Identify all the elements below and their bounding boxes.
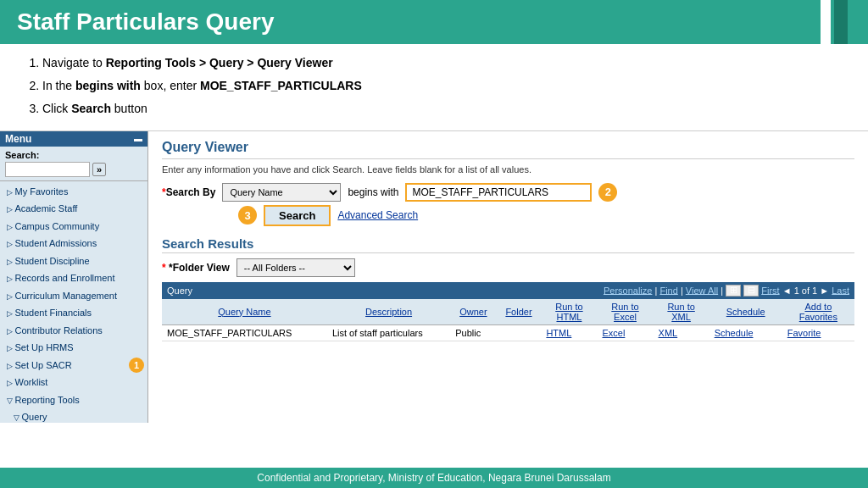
col-run-html[interactable]: Run toHTML (541, 299, 597, 325)
search-by-select[interactable]: Query Name (222, 183, 341, 202)
instruction-1: Navigate to Reporting Tools > Query > Qu… (42, 53, 851, 74)
badge-3: 3 (238, 206, 257, 225)
page-title: Staff Particulars Query (17, 8, 274, 36)
sidebar-item-contributor-relations[interactable]: Contributor Relations (0, 322, 147, 340)
col-owner[interactable]: Owner (450, 299, 496, 325)
sidebar-search-area: Search: » (0, 147, 147, 181)
sidebar: Menu ▬ Search: » My Favorites Academic S… (0, 131, 148, 423)
sidebar-nav: My Favorites Academic Staff Campus Commu… (0, 181, 147, 423)
sidebar-item-records-enrollment[interactable]: Records and Enrollment (0, 269, 147, 287)
personalize-link[interactable]: Personalize (604, 285, 652, 295)
search-value-input[interactable] (405, 183, 592, 202)
folder-view-row: * *Folder View -- All Folders -- (162, 258, 854, 277)
badge-2: 2 (598, 183, 617, 202)
required-star: * (162, 186, 166, 198)
sidebar-header: Menu ▬ (0, 131, 147, 147)
sidebar-item-query[interactable]: Query (0, 408, 147, 423)
folder-view-label: * *Folder View (162, 262, 230, 274)
col-folder[interactable]: Folder (497, 299, 542, 325)
search-by-label: *Search By (162, 186, 215, 198)
view-all-link[interactable]: View All (686, 285, 718, 295)
sidebar-search-button[interactable]: » (92, 163, 106, 176)
grid-icon[interactable]: ⊞ (726, 285, 741, 297)
search-buttons-row: 3 Search Advanced Search (238, 205, 854, 226)
sidebar-item-student-admissions[interactable]: Student Admissions (0, 235, 147, 252)
sidebar-item-favorites[interactable]: My Favorites (0, 183, 147, 201)
results-table: Query Personalize | Find | View All | ⊞ … (162, 282, 854, 341)
sidebar-menu-label: Menu (5, 133, 31, 145)
table-icon[interactable]: ⊟ (743, 285, 759, 297)
begins-with-label: begins with (348, 186, 398, 198)
advanced-search-link[interactable]: Advanced Search (337, 209, 418, 221)
cell-owner: Public (450, 324, 496, 341)
cell-query-name: MOE_STAFF_PARTICULARS (162, 324, 327, 341)
col-run-excel[interactable]: Run toExcel (597, 299, 653, 325)
search-button[interactable]: Search (264, 205, 331, 226)
cell-folder (497, 324, 542, 341)
col-schedule[interactable]: Schedule (709, 299, 782, 325)
sidebar-item-student-financials[interactable]: Student Financials (0, 304, 147, 322)
sidebar-minimize-button[interactable]: ▬ (134, 134, 142, 143)
header-decoration (821, 0, 868, 44)
first-link[interactable]: First (761, 285, 779, 295)
page-info: 1 of 1 (794, 285, 818, 295)
sidebar-item-campus-community[interactable]: Campus Community (0, 218, 147, 236)
sidebar-search-label: Search: (5, 150, 142, 160)
cell-favorites[interactable]: Favorite (782, 324, 854, 341)
deco-bar-1 (821, 0, 831, 44)
cell-html[interactable]: HTML (541, 324, 597, 341)
sidebar-item-reporting-tools[interactable]: Reporting Tools (0, 391, 147, 409)
col-description[interactable]: Description (327, 299, 450, 325)
col-query-name[interactable]: Query Name (162, 299, 327, 325)
header: Staff Particulars Query (0, 0, 868, 44)
search-form: *Search By Query Name begins with 2 (162, 183, 854, 202)
folder-view-select[interactable]: -- All Folders -- (236, 258, 355, 277)
search-results-title: Search Results (162, 236, 854, 253)
sidebar-item-setup-hrms[interactable]: Set Up HRMS (0, 339, 147, 357)
footer-text: Confidential and Proprietary, Ministry o… (257, 472, 610, 484)
sidebar-item-worklist[interactable]: Worklist (0, 374, 147, 391)
last-link[interactable]: Last (832, 285, 849, 295)
right-panel: Query Viewer Enter any information you h… (148, 131, 868, 423)
col-favorites[interactable]: Add toFavorites (782, 299, 854, 325)
sidebar-item-curriculum[interactable]: Curriculum Management (0, 287, 147, 305)
col-run-xml[interactable]: Run toXML (654, 299, 709, 325)
table-row: MOE_STAFF_PARTICULARS List of staff part… (162, 324, 854, 341)
sidebar-search-input[interactable] (5, 162, 90, 177)
main-content: Menu ▬ Search: » My Favorites Academic S… (0, 130, 868, 423)
sidebar-item-student-discipline[interactable]: Student Discipline (0, 252, 147, 270)
query-col-header: Query (162, 282, 541, 299)
table-col-headers: Query Name Description Owner Folder Run … (162, 299, 854, 325)
instruction-3: Click Search button (42, 98, 851, 119)
toolbar-area: Personalize | Find | View All | ⊞ ⊟ Firs… (541, 282, 854, 299)
sidebar-search-row: » (5, 162, 142, 177)
cell-schedule[interactable]: Schedule (709, 324, 782, 341)
table-top-header: Query Personalize | Find | View All | ⊞ … (162, 282, 854, 299)
instructions: Navigate to Reporting Tools > Query > Qu… (0, 44, 868, 130)
deco-bar-2 (834, 0, 848, 44)
deco-bar-3 (851, 0, 868, 44)
cell-xml[interactable]: XML (654, 324, 709, 341)
find-link[interactable]: Find (659, 285, 677, 295)
query-viewer-title: Query Viewer (162, 140, 854, 159)
footer: Confidential and Proprietary, Ministry o… (0, 468, 868, 488)
cell-description: List of staff particulars (327, 324, 450, 341)
sidebar-item-academic-staff[interactable]: Academic Staff (0, 200, 147, 218)
sidebar-item-setup-sacr[interactable]: Set Up SACR 1 (0, 357, 147, 374)
instruction-2: In the begins with box, enter MOE_STAFF_… (42, 75, 851, 97)
query-viewer-description: Enter any information you have and click… (162, 164, 854, 175)
badge-1: 1 (129, 358, 144, 373)
cell-excel[interactable]: Excel (597, 324, 653, 341)
